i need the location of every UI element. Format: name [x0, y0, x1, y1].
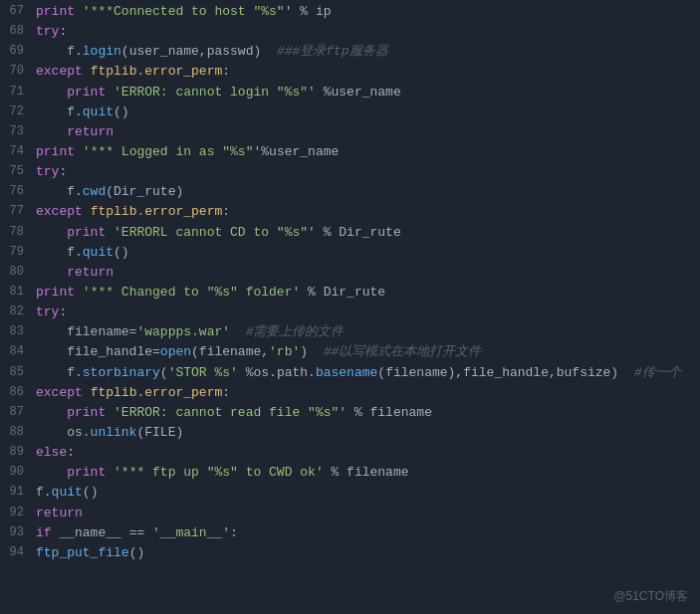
token-op: % — [354, 405, 362, 420]
token-plain: (filename),file_handle,bufsize) — [377, 365, 633, 380]
token-cm: ##以写模式在本地打开文件 — [324, 344, 482, 359]
line-content: file_handle=open(filename,'rb') ##以写模式在本… — [36, 342, 696, 362]
token-plain: : — [59, 164, 67, 179]
line-content: print '*** Logged in as "%s"'%user_name — [36, 142, 696, 162]
code-line: 75try: — [0, 162, 700, 182]
line-content: return — [36, 263, 696, 283]
code-line: 94ftp_put_file() — [0, 543, 700, 563]
line-content: f.quit() — [36, 483, 696, 503]
token-plain: os. — [36, 425, 91, 440]
token-plain — [300, 285, 308, 300]
code-editor: 67print '***Connected to host "%s"' % ip… — [0, 0, 700, 565]
token-kw: except — [36, 385, 83, 400]
token-cls: ftplib — [91, 204, 137, 219]
token-plain — [83, 64, 91, 79]
token-op: % — [300, 4, 308, 19]
token-str: 'STOR %s' — [168, 365, 238, 380]
line-content: print 'ERROR: cannot read file "%s"' % f… — [36, 403, 696, 423]
token-fn: quit — [83, 245, 114, 260]
code-line: 79 f.quit() — [0, 243, 700, 263]
token-plain — [238, 365, 246, 380]
line-content: print '*** Changed to "%s" folder' % Dir… — [36, 283, 696, 303]
token-plain: filename — [362, 405, 432, 420]
line-number: 85 — [4, 363, 36, 382]
line-number: 88 — [4, 423, 36, 442]
line-number: 84 — [4, 342, 36, 361]
token-plain — [106, 465, 114, 480]
token-fn: quit — [83, 104, 114, 119]
token-plain: Dir_rute — [332, 225, 401, 240]
code-line: 90 print '*** ftp up "%s" to CWD ok' % f… — [0, 463, 700, 483]
line-number: 78 — [4, 223, 36, 242]
token-kw: return — [67, 124, 114, 139]
line-number: 92 — [4, 504, 36, 522]
line-content: if __name__ == '__main__': — [36, 523, 696, 543]
token-kw: if — [36, 525, 52, 540]
code-line: 67print '***Connected to host "%s"' % ip — [0, 2, 700, 22]
token-kw: print — [36, 144, 75, 159]
code-line: 73 return — [0, 122, 700, 142]
token-op: % — [308, 285, 316, 300]
line-number: 83 — [4, 322, 36, 341]
token-plain — [75, 144, 83, 159]
line-content: except ftplib.error_perm: — [36, 383, 696, 403]
token-str: 'rb' — [269, 344, 300, 359]
token-kw: else — [36, 445, 67, 460]
token-plain — [106, 225, 114, 240]
token-cls: ftplib — [91, 385, 137, 400]
token-plain: user_name — [332, 85, 401, 100]
token-str: '*** Changed to "%s" folder' — [83, 285, 300, 300]
code-line: 74print '*** Logged in as "%s"'%user_nam… — [0, 142, 700, 162]
code-line: 72 f.quit() — [0, 102, 700, 122]
token-fn: storbinary — [83, 365, 160, 380]
token-plain: : — [222, 385, 230, 400]
token-kw: print — [67, 405, 106, 420]
line-number: 70 — [4, 62, 36, 81]
line-number: 80 — [4, 263, 36, 282]
line-content: print 'ERRORL cannot CD to "%s"' % Dir_r… — [36, 223, 696, 243]
code-line: 78 print 'ERRORL cannot CD to "%s"' % Di… — [0, 223, 700, 243]
token-plain — [75, 285, 83, 300]
token-plain — [316, 225, 324, 240]
token-str: '***Connected to host "%s"' — [83, 4, 293, 19]
line-content: except ftplib.error_perm: — [36, 202, 696, 222]
token-op: % — [261, 144, 269, 159]
token-plain: (filename, — [191, 344, 269, 359]
code-line: 85 f.storbinary('STOR %s' %os.path.basen… — [0, 363, 700, 383]
token-kw: try — [36, 164, 59, 179]
token-plain — [347, 405, 354, 420]
code-line: 81print '*** Changed to "%s" folder' % D… — [0, 283, 700, 303]
token-plain — [324, 465, 332, 480]
code-line: 92return — [0, 504, 700, 523]
token-plain: () — [114, 104, 129, 119]
watermark: @51CTO博客 — [613, 587, 688, 606]
token-plain — [316, 85, 324, 100]
token-fn: login — [83, 44, 121, 59]
line-number: 72 — [4, 102, 36, 121]
token-plain: f. — [36, 44, 83, 59]
line-content: f.cwd(Dir_rute) — [36, 182, 696, 202]
token-plain: : — [222, 204, 230, 219]
line-number: 82 — [4, 303, 36, 321]
token-kw: print — [67, 85, 106, 100]
token-plain: f. — [36, 104, 83, 119]
line-number: 87 — [4, 403, 36, 422]
token-fn: quit — [52, 485, 83, 500]
line-number: 74 — [4, 142, 36, 161]
token-fn: open — [160, 344, 191, 359]
token-plain: ) — [300, 344, 323, 359]
line-content: try: — [36, 22, 696, 42]
token-plain: f. — [36, 184, 83, 199]
token-str: '*** ftp up "%s" to CWD ok' — [114, 465, 324, 480]
token-plain: : — [67, 445, 75, 460]
token-plain — [230, 324, 246, 339]
token-kw: try — [36, 24, 59, 39]
token-kw: print — [36, 285, 75, 300]
token-plain — [144, 525, 152, 540]
code-line: 69 f.login(user_name,passwd) ###登录ftp服务器 — [0, 42, 700, 62]
token-plain: : — [222, 64, 230, 79]
line-number: 94 — [4, 543, 36, 562]
code-line: 76 f.cwd(Dir_rute) — [0, 182, 700, 202]
token-plain: (user_name,passwd) — [121, 44, 277, 59]
line-number: 69 — [4, 42, 36, 61]
